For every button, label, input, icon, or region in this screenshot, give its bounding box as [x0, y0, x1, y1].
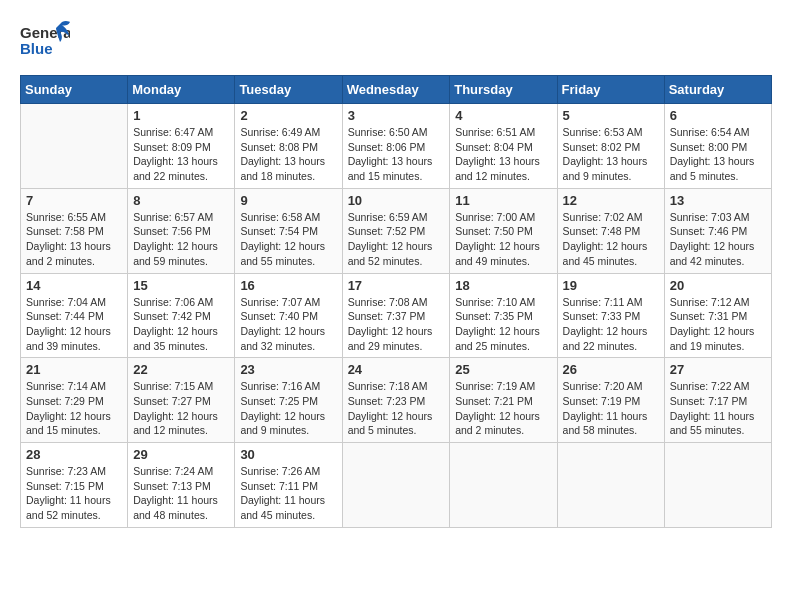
day-number: 16: [240, 278, 336, 293]
calendar-day-cell: 1Sunrise: 6:47 AM Sunset: 8:09 PM Daylig…: [128, 104, 235, 189]
day-number: 14: [26, 278, 122, 293]
calendar-day-cell: 17Sunrise: 7:08 AM Sunset: 7:37 PM Dayli…: [342, 273, 450, 358]
day-info: Sunrise: 6:59 AM Sunset: 7:52 PM Dayligh…: [348, 210, 445, 269]
calendar-day-cell: 12Sunrise: 7:02 AM Sunset: 7:48 PM Dayli…: [557, 188, 664, 273]
calendar-header-row: SundayMondayTuesdayWednesdayThursdayFrid…: [21, 76, 772, 104]
calendar-day-cell: 3Sunrise: 6:50 AM Sunset: 8:06 PM Daylig…: [342, 104, 450, 189]
calendar-day-cell: 21Sunrise: 7:14 AM Sunset: 7:29 PM Dayli…: [21, 358, 128, 443]
day-number: 4: [455, 108, 551, 123]
day-number: 21: [26, 362, 122, 377]
day-of-week-header: Wednesday: [342, 76, 450, 104]
day-of-week-header: Friday: [557, 76, 664, 104]
day-info: Sunrise: 7:04 AM Sunset: 7:44 PM Dayligh…: [26, 295, 122, 354]
calendar-day-cell: 27Sunrise: 7:22 AM Sunset: 7:17 PM Dayli…: [664, 358, 771, 443]
calendar-day-cell: [664, 443, 771, 528]
calendar-day-cell: 8Sunrise: 6:57 AM Sunset: 7:56 PM Daylig…: [128, 188, 235, 273]
day-info: Sunrise: 6:55 AM Sunset: 7:58 PM Dayligh…: [26, 210, 122, 269]
day-number: 29: [133, 447, 229, 462]
day-info: Sunrise: 7:16 AM Sunset: 7:25 PM Dayligh…: [240, 379, 336, 438]
calendar-week-row: 28Sunrise: 7:23 AM Sunset: 7:15 PM Dayli…: [21, 443, 772, 528]
day-info: Sunrise: 6:47 AM Sunset: 8:09 PM Dayligh…: [133, 125, 229, 184]
day-number: 13: [670, 193, 766, 208]
calendar-day-cell: 6Sunrise: 6:54 AM Sunset: 8:00 PM Daylig…: [664, 104, 771, 189]
day-of-week-header: Thursday: [450, 76, 557, 104]
calendar-day-cell: 24Sunrise: 7:18 AM Sunset: 7:23 PM Dayli…: [342, 358, 450, 443]
calendar: SundayMondayTuesdayWednesdayThursdayFrid…: [20, 75, 772, 528]
day-info: Sunrise: 7:14 AM Sunset: 7:29 PM Dayligh…: [26, 379, 122, 438]
day-number: 20: [670, 278, 766, 293]
day-number: 27: [670, 362, 766, 377]
calendar-day-cell: 20Sunrise: 7:12 AM Sunset: 7:31 PM Dayli…: [664, 273, 771, 358]
day-number: 22: [133, 362, 229, 377]
day-info: Sunrise: 7:24 AM Sunset: 7:13 PM Dayligh…: [133, 464, 229, 523]
calendar-day-cell: 29Sunrise: 7:24 AM Sunset: 7:13 PM Dayli…: [128, 443, 235, 528]
day-number: 7: [26, 193, 122, 208]
calendar-day-cell: 5Sunrise: 6:53 AM Sunset: 8:02 PM Daylig…: [557, 104, 664, 189]
day-info: Sunrise: 6:54 AM Sunset: 8:00 PM Dayligh…: [670, 125, 766, 184]
day-of-week-header: Saturday: [664, 76, 771, 104]
day-number: 8: [133, 193, 229, 208]
day-number: 12: [563, 193, 659, 208]
day-number: 17: [348, 278, 445, 293]
calendar-day-cell: 14Sunrise: 7:04 AM Sunset: 7:44 PM Dayli…: [21, 273, 128, 358]
calendar-day-cell: 16Sunrise: 7:07 AM Sunset: 7:40 PM Dayli…: [235, 273, 342, 358]
day-number: 18: [455, 278, 551, 293]
svg-text:Blue: Blue: [20, 40, 53, 57]
day-info: Sunrise: 7:26 AM Sunset: 7:11 PM Dayligh…: [240, 464, 336, 523]
day-number: 28: [26, 447, 122, 462]
day-number: 10: [348, 193, 445, 208]
calendar-week-row: 1Sunrise: 6:47 AM Sunset: 8:09 PM Daylig…: [21, 104, 772, 189]
day-number: 1: [133, 108, 229, 123]
day-info: Sunrise: 6:53 AM Sunset: 8:02 PM Dayligh…: [563, 125, 659, 184]
day-info: Sunrise: 6:57 AM Sunset: 7:56 PM Dayligh…: [133, 210, 229, 269]
day-number: 24: [348, 362, 445, 377]
day-number: 9: [240, 193, 336, 208]
day-info: Sunrise: 7:08 AM Sunset: 7:37 PM Dayligh…: [348, 295, 445, 354]
day-number: 5: [563, 108, 659, 123]
day-info: Sunrise: 7:00 AM Sunset: 7:50 PM Dayligh…: [455, 210, 551, 269]
day-number: 26: [563, 362, 659, 377]
calendar-day-cell: 9Sunrise: 6:58 AM Sunset: 7:54 PM Daylig…: [235, 188, 342, 273]
day-info: Sunrise: 7:18 AM Sunset: 7:23 PM Dayligh…: [348, 379, 445, 438]
logo-icon: General Blue: [20, 20, 70, 65]
day-info: Sunrise: 7:20 AM Sunset: 7:19 PM Dayligh…: [563, 379, 659, 438]
calendar-day-cell: [557, 443, 664, 528]
day-info: Sunrise: 7:02 AM Sunset: 7:48 PM Dayligh…: [563, 210, 659, 269]
day-number: 23: [240, 362, 336, 377]
header: General Blue: [20, 20, 772, 65]
calendar-day-cell: 28Sunrise: 7:23 AM Sunset: 7:15 PM Dayli…: [21, 443, 128, 528]
calendar-day-cell: 22Sunrise: 7:15 AM Sunset: 7:27 PM Dayli…: [128, 358, 235, 443]
calendar-day-cell: 25Sunrise: 7:19 AM Sunset: 7:21 PM Dayli…: [450, 358, 557, 443]
calendar-day-cell: [450, 443, 557, 528]
day-number: 25: [455, 362, 551, 377]
day-info: Sunrise: 7:11 AM Sunset: 7:33 PM Dayligh…: [563, 295, 659, 354]
day-info: Sunrise: 7:22 AM Sunset: 7:17 PM Dayligh…: [670, 379, 766, 438]
day-number: 2: [240, 108, 336, 123]
day-of-week-header: Monday: [128, 76, 235, 104]
day-info: Sunrise: 6:49 AM Sunset: 8:08 PM Dayligh…: [240, 125, 336, 184]
calendar-day-cell: 23Sunrise: 7:16 AM Sunset: 7:25 PM Dayli…: [235, 358, 342, 443]
day-number: 3: [348, 108, 445, 123]
calendar-day-cell: 13Sunrise: 7:03 AM Sunset: 7:46 PM Dayli…: [664, 188, 771, 273]
day-info: Sunrise: 6:51 AM Sunset: 8:04 PM Dayligh…: [455, 125, 551, 184]
day-number: 30: [240, 447, 336, 462]
day-number: 19: [563, 278, 659, 293]
calendar-day-cell: 15Sunrise: 7:06 AM Sunset: 7:42 PM Dayli…: [128, 273, 235, 358]
day-info: Sunrise: 7:12 AM Sunset: 7:31 PM Dayligh…: [670, 295, 766, 354]
calendar-day-cell: 4Sunrise: 6:51 AM Sunset: 8:04 PM Daylig…: [450, 104, 557, 189]
calendar-day-cell: [21, 104, 128, 189]
day-info: Sunrise: 7:19 AM Sunset: 7:21 PM Dayligh…: [455, 379, 551, 438]
day-info: Sunrise: 7:06 AM Sunset: 7:42 PM Dayligh…: [133, 295, 229, 354]
day-of-week-header: Tuesday: [235, 76, 342, 104]
calendar-week-row: 7Sunrise: 6:55 AM Sunset: 7:58 PM Daylig…: [21, 188, 772, 273]
day-number: 6: [670, 108, 766, 123]
day-info: Sunrise: 7:15 AM Sunset: 7:27 PM Dayligh…: [133, 379, 229, 438]
calendar-day-cell: 10Sunrise: 6:59 AM Sunset: 7:52 PM Dayli…: [342, 188, 450, 273]
day-info: Sunrise: 7:10 AM Sunset: 7:35 PM Dayligh…: [455, 295, 551, 354]
day-info: Sunrise: 7:03 AM Sunset: 7:46 PM Dayligh…: [670, 210, 766, 269]
calendar-week-row: 14Sunrise: 7:04 AM Sunset: 7:44 PM Dayli…: [21, 273, 772, 358]
day-number: 15: [133, 278, 229, 293]
day-number: 11: [455, 193, 551, 208]
calendar-week-row: 21Sunrise: 7:14 AM Sunset: 7:29 PM Dayli…: [21, 358, 772, 443]
calendar-day-cell: 2Sunrise: 6:49 AM Sunset: 8:08 PM Daylig…: [235, 104, 342, 189]
